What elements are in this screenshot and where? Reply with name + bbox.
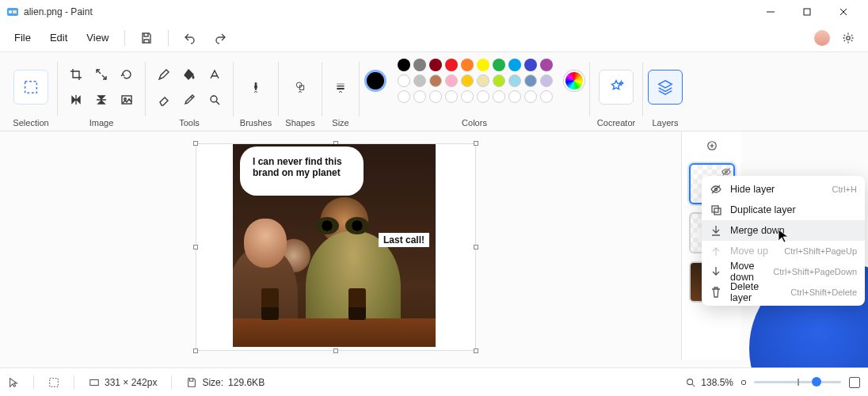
dimensions-text: 331 × 242px (105, 377, 157, 388)
menu-edit[interactable]: Edit (42, 27, 75, 48)
color-swatch-empty[interactable] (524, 90, 537, 103)
app-icon (6, 6, 19, 18)
color-swatch[interactable] (508, 74, 521, 87)
canvas-art (244, 219, 287, 268)
eraser-tool[interactable] (154, 89, 174, 110)
menu-file[interactable]: File (6, 27, 39, 48)
redo-button[interactable] (207, 27, 234, 49)
color-picker-tool[interactable] (179, 89, 200, 110)
group-layers: Layers (643, 57, 687, 131)
group-size-label: Size (332, 115, 348, 128)
ribbon: Selection Image Tools Brushes (0, 52, 868, 131)
group-shapes-label: Shapes (285, 115, 314, 128)
color-swatch[interactable] (429, 59, 442, 71)
ctx-delete-layer[interactable]: Delete layer Ctrl+Shift+Delete (702, 282, 865, 303)
ctx-duplicate-layer[interactable]: Duplicate layer (702, 200, 865, 220)
window-maximize-button[interactable] (789, 0, 825, 24)
color-swatch[interactable] (477, 59, 489, 71)
save-button[interactable] (133, 27, 160, 49)
arrow-up-icon (710, 245, 722, 257)
window-close-button[interactable] (825, 0, 862, 24)
color-swatch-empty[interactable] (540, 90, 553, 103)
color-swatch[interactable] (461, 59, 474, 71)
fill-tool[interactable] (179, 64, 200, 85)
resize-tool[interactable] (91, 64, 112, 85)
color-swatch[interactable] (477, 74, 489, 87)
group-selection: Selection (5, 57, 57, 131)
color-swatch-empty[interactable] (445, 90, 458, 103)
resize-handle[interactable] (474, 348, 478, 353)
color-swatch[interactable] (493, 74, 505, 87)
color-swatch[interactable] (398, 59, 410, 71)
canvas-art (233, 318, 436, 347)
selection-tool[interactable] (13, 70, 48, 105)
window-minimize-button[interactable] (752, 0, 789, 24)
undo-button[interactable] (177, 27, 204, 49)
add-layer-button[interactable] (688, 136, 736, 155)
resize-handle[interactable] (474, 141, 478, 146)
color-swatch[interactable] (398, 74, 410, 87)
settings-button[interactable] (835, 27, 862, 49)
color-swatch-empty[interactable] (493, 90, 505, 103)
user-avatar[interactable] (814, 30, 830, 46)
text-tool[interactable] (204, 64, 225, 85)
primary-color-swatch[interactable] (364, 70, 386, 92)
color-swatch-empty[interactable] (508, 90, 521, 103)
status-bar: 331 × 242px Size: 129.6KB 138.5% (0, 367, 868, 396)
group-image-label: Image (89, 115, 114, 128)
color-swatch[interactable] (493, 59, 505, 71)
canvas[interactable]: I can never find this brand on my planet… (233, 144, 436, 347)
color-swatch-empty[interactable] (398, 90, 410, 103)
resize-handle[interactable] (333, 348, 338, 353)
color-swatch[interactable] (445, 59, 458, 71)
mouse-cursor-icon (778, 229, 789, 243)
color-swatch[interactable] (508, 59, 521, 71)
pencil-tool[interactable] (154, 64, 174, 85)
svg-rect-3 (804, 9, 810, 15)
resize-handle[interactable] (193, 245, 198, 249)
color-swatch-empty[interactable] (413, 90, 426, 103)
color-swatch[interactable] (524, 74, 537, 87)
canvas-container[interactable]: I can never find this brand on my planet… (196, 144, 475, 350)
size-dropdown[interactable] (327, 71, 354, 103)
eye-off-icon (710, 183, 722, 196)
color-swatch[interactable] (445, 74, 458, 87)
resize-handle[interactable] (193, 348, 198, 353)
resize-handle[interactable] (193, 141, 198, 146)
ctx-move-down[interactable]: Move down Ctrl+Shift+PageDown (702, 261, 865, 282)
zoom-slider[interactable] (754, 381, 841, 383)
color-swatch[interactable] (413, 74, 426, 87)
speech-bubble: I can never find this brand on my planet (242, 149, 361, 193)
zoom-in-button[interactable] (849, 377, 860, 388)
color-swatch-empty[interactable] (477, 90, 489, 103)
image-properties-tool[interactable] (116, 89, 137, 110)
edit-colors-button[interactable] (564, 70, 584, 91)
magnifier-tool[interactable] (204, 89, 225, 110)
menu-view[interactable]: View (78, 27, 116, 48)
color-swatch[interactable] (413, 59, 426, 71)
rotate-tool[interactable] (116, 64, 137, 85)
zoom-out-button[interactable] (741, 380, 746, 385)
ctx-hide-layer[interactable]: Hide layer Ctrl+H (702, 179, 865, 200)
flip-v-tool[interactable] (91, 89, 112, 110)
zoom-level: 138.5% (685, 377, 733, 388)
color-swatch[interactable] (540, 59, 553, 71)
resize-handle[interactable] (474, 245, 478, 249)
brushes-dropdown[interactable] (242, 71, 269, 103)
color-swatch[interactable] (540, 74, 553, 87)
color-swatch[interactable] (524, 59, 537, 71)
ctx-label: Hide layer (730, 184, 824, 195)
arrow-down-icon (710, 265, 722, 278)
canvas-art (345, 217, 369, 234)
color-swatch-empty[interactable] (429, 90, 442, 103)
color-swatch[interactable] (429, 74, 442, 87)
color-swatch[interactable] (461, 74, 474, 87)
crop-tool[interactable] (66, 64, 86, 85)
layers-button[interactable] (648, 70, 683, 105)
cocreator-button[interactable] (599, 70, 634, 105)
flip-h-tool[interactable] (66, 89, 86, 110)
shapes-dropdown[interactable] (287, 71, 314, 103)
trash-icon (710, 286, 722, 299)
zoom-slider-thumb[interactable] (812, 377, 821, 386)
color-swatch-empty[interactable] (461, 90, 474, 103)
